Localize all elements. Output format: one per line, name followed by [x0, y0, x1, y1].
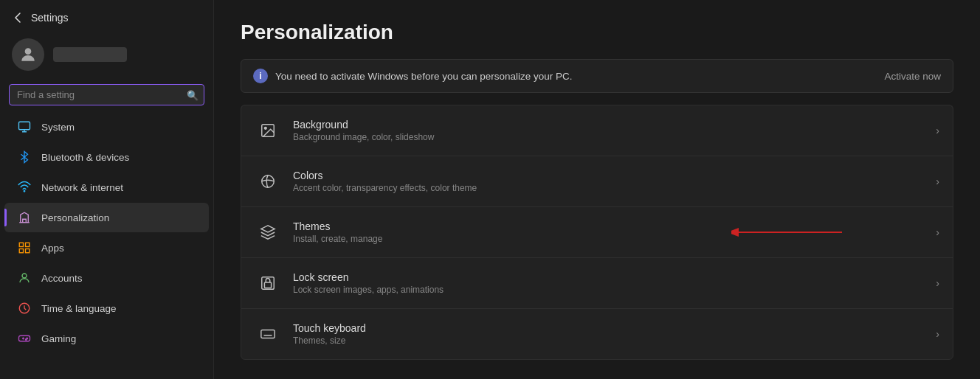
svg-point-14	[262, 175, 275, 188]
themes-name: Themes	[293, 220, 382, 232]
apps-icon	[16, 241, 32, 254]
svg-point-11	[26, 339, 27, 341]
setting-item-background[interactable]: Background Background image, color, slid…	[241, 105, 953, 156]
sidebar-item-bluetooth[interactable]: Bluetooth & devices	[4, 142, 209, 172]
colors-desc: Accent color, transparency effects, colo…	[293, 183, 477, 193]
search-icon: 🔍	[187, 89, 199, 100]
background-desc: Background image, color, slideshow	[293, 132, 434, 142]
avatar	[12, 38, 44, 71]
sidebar-item-accounts[interactable]: Accounts	[4, 263, 209, 293]
chevron-icon: ›	[936, 125, 939, 136]
background-name: Background	[293, 119, 434, 131]
sidebar-item-system[interactable]: System	[4, 112, 209, 142]
activation-message: i You need to activate Windows before yo…	[253, 69, 573, 83]
search-box[interactable]: 🔍	[9, 84, 204, 105]
sidebar-title: Settings	[31, 12, 69, 24]
svg-rect-4	[26, 243, 30, 246]
touchkeyboard-icon	[255, 321, 281, 347]
user-name-placeholder	[53, 47, 127, 62]
sidebar: Settings 🔍 System Bluetooth & devices	[0, 0, 214, 379]
svg-rect-18	[264, 282, 271, 288]
setting-item-touchkeyboard[interactable]: Touch keyboard Themes, size ›	[241, 308, 953, 360]
svg-point-0	[25, 48, 32, 55]
setting-item-lockscreen[interactable]: Lock screen Lock screen images, apps, an…	[241, 257, 953, 308]
svg-point-2	[24, 191, 25, 192]
sidebar-header: Settings	[0, 0, 213, 31]
personalization-icon	[16, 211, 32, 224]
sidebar-item-personalization[interactable]: Personalization	[4, 203, 209, 232]
sidebar-item-network[interactable]: Network & internet	[4, 173, 209, 202]
colors-icon	[255, 168, 281, 195]
chevron-icon: ›	[936, 328, 939, 340]
chevron-icon: ›	[936, 277, 939, 289]
nav-list: System Bluetooth & devices Network & int…	[0, 111, 213, 379]
activate-now-button[interactable]: Activate now	[884, 71, 941, 82]
back-button[interactable]	[12, 12, 24, 24]
svg-point-13	[264, 127, 266, 129]
settings-list: Background Background image, color, slid…	[241, 105, 953, 360]
touchkeyboard-name: Touch keyboard	[293, 322, 366, 334]
activation-banner: i You need to activate Windows before yo…	[241, 59, 953, 93]
gaming-icon	[16, 332, 32, 345]
lockscreen-icon	[255, 270, 281, 296]
chevron-icon: ›	[936, 175, 939, 187]
sidebar-item-apps[interactable]: Apps	[4, 233, 209, 262]
svg-point-7	[22, 274, 27, 278]
themes-desc: Install, create, manage	[293, 234, 382, 244]
svg-rect-19	[261, 330, 275, 338]
setting-item-colors[interactable]: Colors Accent color, transparency effect…	[241, 156, 953, 206]
sidebar-item-gaming[interactable]: Gaming	[4, 324, 209, 353]
accounts-icon	[16, 271, 32, 285]
search-input[interactable]	[9, 84, 204, 105]
system-icon	[16, 120, 32, 133]
chevron-icon: ›	[936, 226, 939, 238]
background-icon	[255, 117, 281, 144]
svg-rect-1	[19, 122, 30, 130]
page-title: Personalization	[241, 21, 953, 44]
colors-name: Colors	[293, 170, 477, 181]
arrow-annotation	[731, 221, 849, 243]
svg-rect-5	[19, 249, 23, 253]
lockscreen-name: Lock screen	[293, 271, 444, 283]
touchkeyboard-desc: Themes, size	[293, 335, 366, 346]
themes-icon	[255, 219, 281, 246]
info-icon: i	[253, 69, 268, 83]
svg-rect-3	[19, 243, 23, 246]
user-profile	[0, 31, 213, 81]
sidebar-item-time[interactable]: Time & language	[4, 293, 209, 323]
setting-item-themes[interactable]: Themes Install, create, manage ›	[241, 206, 953, 257]
main-content: Personalization i You need to activate W…	[214, 0, 980, 379]
network-icon	[16, 181, 32, 194]
bluetooth-icon	[16, 150, 32, 164]
lockscreen-desc: Lock screen images, apps, animations	[293, 285, 444, 295]
svg-rect-6	[26, 249, 30, 253]
time-icon	[16, 302, 32, 315]
